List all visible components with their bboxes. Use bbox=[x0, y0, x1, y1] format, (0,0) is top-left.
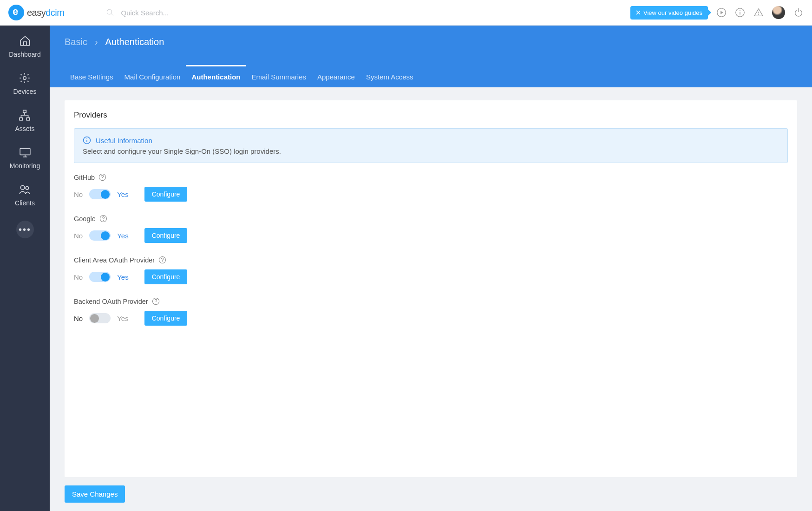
svg-point-27 bbox=[103, 220, 104, 221]
toggle-yes-label: Yes bbox=[117, 190, 128, 198]
sidebar-item-label: Devices bbox=[13, 88, 37, 95]
save-changes-button[interactable]: Save Changes bbox=[65, 485, 125, 503]
provider-row: Backend OAuth ProviderNoYesConfigure bbox=[74, 297, 788, 326]
configure-button[interactable]: Configure bbox=[144, 228, 188, 243]
help-circle-icon[interactable] bbox=[158, 256, 166, 264]
logo-icon bbox=[8, 5, 24, 20]
monitor-icon bbox=[19, 146, 31, 158]
play-help-icon[interactable] bbox=[716, 7, 727, 18]
video-guides-button[interactable]: View our video guides bbox=[630, 6, 708, 20]
tab-authentication[interactable]: Authentication bbox=[186, 65, 246, 87]
svg-point-31 bbox=[155, 303, 156, 303]
sidebar-item-label: Assets bbox=[15, 125, 34, 132]
chevron-right-icon: › bbox=[95, 37, 98, 47]
users-icon bbox=[19, 183, 31, 196]
info-circle-icon bbox=[83, 136, 91, 144]
gear-icon bbox=[19, 72, 31, 84]
providers-card: Providers Useful Information Select and … bbox=[65, 100, 797, 477]
svg-point-0 bbox=[107, 9, 112, 14]
help-circle-icon[interactable] bbox=[152, 297, 160, 305]
sidebar-item-label: Monitoring bbox=[10, 162, 40, 170]
toggle-no-label: No bbox=[74, 273, 83, 281]
provider-row: GitHubNoYesConfigure bbox=[74, 173, 788, 202]
svg-rect-15 bbox=[27, 118, 30, 120]
svg-point-12 bbox=[23, 77, 26, 80]
header-right: View our video guides bbox=[630, 6, 804, 20]
svg-rect-14 bbox=[20, 118, 23, 120]
breadcrumb-root[interactable]: Basic bbox=[65, 37, 87, 47]
info-icon[interactable] bbox=[735, 7, 745, 18]
svg-point-26 bbox=[100, 215, 106, 222]
sidebar-item-devices[interactable]: Devices bbox=[13, 72, 37, 95]
configure-button[interactable]: Configure bbox=[144, 269, 188, 284]
tab-base-settings[interactable]: Base Settings bbox=[65, 66, 119, 87]
sidebar-item-clients[interactable]: Clients bbox=[15, 183, 35, 207]
toggle-yes-label: Yes bbox=[117, 232, 128, 240]
provider-controls: NoYesConfigure bbox=[74, 187, 788, 202]
provider-label: Backend OAuth Provider bbox=[74, 297, 788, 305]
search-input[interactable] bbox=[121, 9, 260, 17]
power-icon[interactable] bbox=[793, 7, 804, 18]
configure-button[interactable]: Configure bbox=[144, 311, 188, 326]
provider-controls: NoYesConfigure bbox=[74, 269, 788, 284]
card-title: Providers bbox=[74, 111, 788, 120]
avatar[interactable] bbox=[772, 6, 785, 19]
toggle-no-label: No bbox=[74, 314, 83, 322]
provider-controls: NoYesConfigure bbox=[74, 311, 788, 326]
logo[interactable]: easydcim bbox=[8, 5, 64, 20]
provider-controls: NoYesConfigure bbox=[74, 228, 788, 243]
search-icon bbox=[106, 8, 114, 17]
sidebar-item-label: Clients bbox=[15, 199, 35, 207]
info-title: Useful Information bbox=[83, 136, 779, 144]
alert-icon[interactable] bbox=[753, 7, 764, 18]
sidebar-item-monitoring[interactable]: Monitoring bbox=[10, 146, 40, 170]
close-icon bbox=[636, 10, 641, 15]
tab-email-summaries[interactable]: Email Summaries bbox=[246, 66, 312, 87]
tab-mail-configuration[interactable]: Mail Configuration bbox=[119, 66, 186, 87]
provider-label: Google bbox=[74, 215, 788, 223]
help-circle-icon[interactable] bbox=[99, 215, 107, 223]
provider-row: GoogleNoYesConfigure bbox=[74, 215, 788, 243]
tab-appearance[interactable]: Appearance bbox=[312, 66, 360, 87]
svg-point-20 bbox=[26, 187, 29, 190]
tab-system-access[interactable]: System Access bbox=[360, 66, 419, 87]
svg-rect-16 bbox=[20, 148, 30, 155]
sidebar-item-label: Dashboard bbox=[9, 51, 41, 58]
page-header: Basic › Authentication Base Settings Mai… bbox=[50, 26, 812, 87]
provider-toggle[interactable] bbox=[89, 189, 111, 199]
svg-point-30 bbox=[152, 298, 159, 304]
search-wrap bbox=[106, 8, 260, 17]
svg-point-8 bbox=[740, 10, 740, 11]
breadcrumb: Basic › Authentication bbox=[65, 37, 164, 47]
provider-toggle[interactable] bbox=[89, 313, 111, 323]
logo-text: easydcim bbox=[27, 7, 64, 18]
svg-point-19 bbox=[21, 185, 25, 190]
more-button[interactable]: ••• bbox=[16, 221, 34, 238]
help-circle-icon[interactable] bbox=[98, 173, 106, 181]
svg-point-23 bbox=[86, 138, 87, 139]
dots-icon: ••• bbox=[19, 224, 31, 235]
toggle-no-label: No bbox=[74, 232, 83, 240]
sidebar-item-dashboard[interactable]: Dashboard bbox=[9, 35, 41, 58]
sidebar-item-assets[interactable]: Assets bbox=[15, 109, 34, 132]
info-box: Useful Information Select and configure … bbox=[74, 128, 788, 163]
toggle-no-label: No bbox=[74, 190, 83, 198]
network-icon bbox=[19, 109, 31, 121]
body: Providers Useful Information Select and … bbox=[50, 87, 812, 511]
configure-button[interactable]: Configure bbox=[144, 187, 188, 202]
save-bar: Save Changes bbox=[65, 477, 797, 511]
main: Basic › Authentication Base Settings Mai… bbox=[50, 26, 812, 511]
provider-label: Client Area OAuth Provider bbox=[74, 256, 788, 264]
svg-rect-13 bbox=[23, 110, 26, 112]
svg-point-25 bbox=[102, 179, 103, 179]
toggle-yes-label: Yes bbox=[117, 314, 128, 322]
breadcrumb-current: Authentication bbox=[105, 37, 164, 47]
provider-label: GitHub bbox=[74, 173, 788, 181]
svg-point-24 bbox=[99, 174, 106, 180]
svg-point-10 bbox=[758, 14, 759, 15]
toggle-yes-label: Yes bbox=[117, 273, 128, 281]
provider-toggle[interactable] bbox=[89, 230, 111, 241]
provider-toggle[interactable] bbox=[89, 272, 111, 282]
provider-row: Client Area OAuth ProviderNoYesConfigure bbox=[74, 256, 788, 284]
top-header: easydcim View our video guides bbox=[0, 0, 812, 26]
